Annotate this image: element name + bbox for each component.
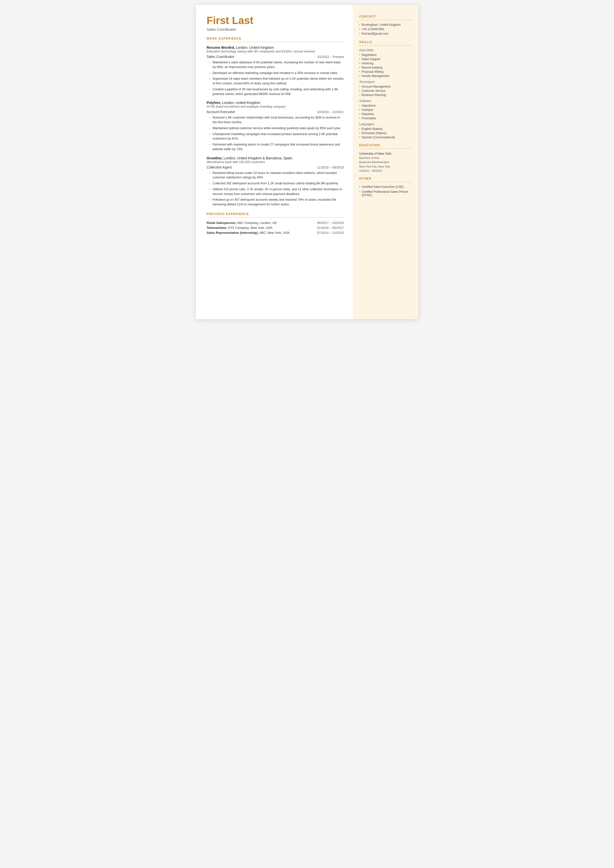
job-title-row-2: Account Executive 10/2019 – 12/2021 bbox=[207, 110, 344, 114]
job-dates-1: 01/2022 – Present bbox=[318, 55, 344, 59]
software-1: Salesforce bbox=[359, 104, 412, 107]
prev-rest-2: XYZ Company, New York, USA bbox=[227, 226, 272, 230]
software-label: Software: bbox=[359, 99, 412, 103]
previous-experience-section-title: PREVIOUS EXPERIENCE bbox=[207, 212, 344, 216]
edu-degree: Bachelor of Arts bbox=[359, 156, 412, 160]
education-block: University of New York Bachelor of Arts … bbox=[359, 152, 412, 173]
prev-row-2: Telemarketer, XYZ Company, New York, USA… bbox=[207, 226, 344, 230]
techniques-label: Techniques: bbox=[359, 80, 412, 84]
languages-list: English (Native) Romanian (Native) Spani… bbox=[359, 127, 412, 139]
bullets-3: Resolved billing issues under 24 hours t… bbox=[207, 171, 344, 207]
prev-role-2: Telemarketer, XYZ Company, New York, USA bbox=[207, 226, 317, 230]
edu-field: Business Administration bbox=[359, 160, 412, 164]
resume-page: First Last Sales Coordinator WORK EXPERI… bbox=[196, 5, 419, 319]
hard-skill-6: Vendor Management bbox=[359, 74, 412, 78]
bullets-2: Nurtured 1.9K customer relationships wit… bbox=[207, 115, 344, 151]
prev-dates-3: 07/2014 – 12/2015 bbox=[317, 231, 344, 234]
company-rest-2: London, United Kingdom bbox=[221, 101, 260, 105]
techniques-list: Account Management Customer Service Busi… bbox=[359, 85, 412, 97]
company-name-2: Polyhire, bbox=[207, 101, 221, 105]
company-name-3: Growthsi, bbox=[207, 156, 223, 160]
other-section-title: OTHER bbox=[359, 177, 412, 180]
contact-item-2: +44 1234567890 bbox=[359, 28, 412, 31]
job-title-1: Sales Coordinator bbox=[207, 55, 234, 59]
bullet-3-4: Followed up on 457 delinquent accounts w… bbox=[209, 197, 344, 207]
other-divider bbox=[359, 182, 412, 182]
language-3: Spanish (Conversational) bbox=[359, 136, 412, 139]
bullet-1-4: Created a pipeline of 35 new businesses … bbox=[209, 87, 344, 96]
company-line-1: Resume Worded, London, United Kingdom bbox=[207, 45, 344, 50]
hard-skills-list: Negotiation Sales Support Invoicing Reco… bbox=[359, 53, 412, 78]
technique-1: Account Management bbox=[359, 85, 412, 89]
job-block-2: Polyhire, London, United Kingdom NYSE-li… bbox=[207, 101, 344, 151]
prev-row-3: Sales Representative (Internship), ABC, … bbox=[207, 231, 344, 234]
right-column: CONTACT Buckingham, United Kingdom +44 1… bbox=[353, 5, 419, 319]
languages-label: Languages: bbox=[359, 123, 412, 126]
contact-section-title: CONTACT bbox=[359, 15, 412, 18]
bullet-2-1: Nurtured 1.9K customer relationships wit… bbox=[209, 115, 344, 125]
bullet-3-3: Utilized 210 phone calls, 3.7K emails, 2… bbox=[209, 187, 344, 196]
hard-skill-4: Record keeping bbox=[359, 66, 412, 69]
bullet-1-2: Developed an effective marketing campaig… bbox=[209, 71, 344, 76]
contact-item-3: first.last@gmail.com bbox=[359, 32, 412, 36]
prev-bold-3: Sales Representative (Internship), bbox=[207, 231, 259, 234]
company-desc-3: Microfinance bank with 150,000 customers bbox=[207, 160, 344, 164]
company-name-1: Resume Worded, bbox=[207, 45, 235, 50]
other-item-2: Certified Professional Sales Person (CPS… bbox=[359, 190, 412, 197]
bullet-1-3: Supervised 19 sales team members that fo… bbox=[209, 76, 344, 86]
contact-item-1: Buckingham, United Kingdom bbox=[359, 23, 412, 26]
name-block: First Last Sales Coordinator bbox=[207, 15, 344, 31]
previous-experience-divider bbox=[207, 217, 344, 217]
prev-rest-1: ABC Company, London, UK bbox=[236, 221, 277, 225]
bullet-2-3: Championed marketing campaigns that incr… bbox=[209, 132, 344, 141]
hard-skill-2: Sales Support bbox=[359, 57, 412, 61]
technique-3: Business Planning bbox=[359, 93, 412, 97]
software-list: Salesforce HubSpot Pipedrive Freshsales bbox=[359, 104, 412, 120]
bullet-3-2: Collected 302 delinquent accounts from 1… bbox=[209, 181, 344, 186]
company-rest-3: London, United Kingdom & Barcelona, Spai… bbox=[223, 156, 292, 160]
language-1: English (Native) bbox=[359, 127, 412, 130]
hard-skill-3: Invoicing bbox=[359, 62, 412, 65]
software-4: Freshsales bbox=[359, 116, 412, 120]
hard-skill-5: Proposal Writing bbox=[359, 70, 412, 73]
company-line-3: Growthsi, London, United Kingdom & Barce… bbox=[207, 156, 344, 160]
edu-location: New York City, New York bbox=[359, 165, 412, 169]
job-title-2: Account Executive bbox=[207, 110, 235, 114]
bullet-2-4: Partnered with marketing teams to create… bbox=[209, 142, 344, 152]
job-block-3: Growthsi, London, United Kingdom & Barce… bbox=[207, 156, 344, 207]
edu-dates: 10/2011 - 06/2014 bbox=[359, 169, 412, 173]
job-title-3: Collection Agent bbox=[207, 165, 232, 169]
company-line-2: Polyhire, London, United Kingdom bbox=[207, 101, 344, 105]
other-item-1: Certified Sales Executive (CSE). bbox=[359, 185, 412, 189]
prev-dates-1: 06/2017 – 10/2018 bbox=[317, 221, 344, 225]
software-3: Pipedrive bbox=[359, 112, 412, 116]
hard-skill-1: Negotiation bbox=[359, 53, 412, 57]
other-list: Certified Sales Executive (CSE). Certifi… bbox=[359, 185, 412, 197]
prev-bold-1: Retail Salesperson, bbox=[207, 221, 236, 225]
hard-skills-label: Hard Skills: bbox=[359, 48, 412, 52]
prev-bold-2: Telemarketer, bbox=[207, 226, 227, 230]
language-2: Romanian (Native) bbox=[359, 131, 412, 135]
contact-divider bbox=[359, 20, 412, 20]
bullets-1: Maintained a sales database of 6K potent… bbox=[207, 60, 344, 96]
prev-role-1: Retail Salesperson, ABC Company, London,… bbox=[207, 221, 317, 225]
job-title-row-3: Collection Agent 11/2018 – 09/2019 bbox=[207, 165, 344, 169]
bullet-3-1: Resolved billing issues under 24 hours t… bbox=[209, 171, 344, 180]
education-section-title: EDUCATION bbox=[359, 143, 412, 147]
previous-experience-table: Retail Salesperson, ABC Company, London,… bbox=[207, 221, 344, 234]
job-dates-3: 11/2018 – 09/2019 bbox=[317, 166, 344, 169]
technique-2: Customer Service bbox=[359, 89, 412, 93]
job-dates-2: 10/2019 – 12/2021 bbox=[317, 110, 344, 114]
prev-row-1: Retail Salesperson, ABC Company, London,… bbox=[207, 221, 344, 225]
contact-list: Buckingham, United Kingdom +44 123456789… bbox=[359, 23, 412, 36]
full-name: First Last bbox=[207, 15, 344, 26]
bullet-2-2: Maintained optimal customer service whil… bbox=[209, 126, 344, 130]
company-desc-2: NYSE-listed recruitment and employer bra… bbox=[207, 105, 344, 109]
prev-dates-2: 01/2016 – 05/2017 bbox=[317, 226, 344, 230]
bullet-1-1: Maintained a sales database of 6K potent… bbox=[209, 60, 344, 70]
job-title-header: Sales Coordinator bbox=[207, 27, 344, 31]
job-block-1: Resume Worded, London, United Kingdom Ed… bbox=[207, 45, 344, 96]
software-2: HubSpot bbox=[359, 108, 412, 112]
job-title-row-1: Sales Coordinator 01/2022 – Present bbox=[207, 55, 344, 59]
left-column: First Last Sales Coordinator WORK EXPERI… bbox=[196, 5, 353, 319]
